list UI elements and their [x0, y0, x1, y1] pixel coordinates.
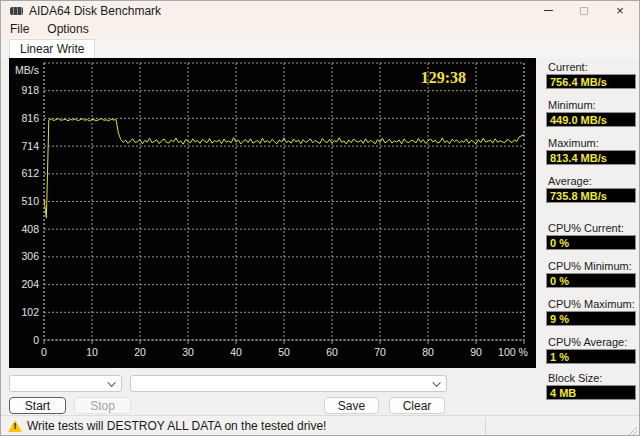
y-tick-label: 510: [21, 195, 39, 207]
stat-minimum-label: Minimum:: [548, 99, 596, 111]
stat-cpu-minimum-label: CPU% Minimum:: [548, 260, 632, 272]
stat-cpu-minimum-value: 0 %: [546, 273, 636, 288]
save-button[interactable]: Save: [324, 397, 379, 414]
stat-block-size-label: Block Size:: [548, 372, 602, 384]
x-tick-label: 50: [278, 346, 290, 358]
resize-grip-icon[interactable]: [628, 426, 638, 436]
x-tick-label: 80: [422, 346, 434, 358]
maximize-icon: [580, 7, 588, 15]
start-button[interactable]: Start: [9, 397, 66, 414]
x-tick-label: 100 %: [498, 346, 528, 358]
minimize-icon: [544, 10, 553, 11]
elapsed-time: 129:38: [421, 69, 466, 87]
stat-current-label: Current:: [548, 61, 588, 73]
y-axis-unit: MB/s: [15, 64, 39, 76]
warning-exclamation: !: [8, 421, 22, 431]
chevron-down-icon: [107, 379, 115, 387]
stat-average-value: 735.8 MB/s: [546, 188, 636, 203]
y-tick-label: 918: [21, 84, 39, 96]
y-tick-label: 408: [21, 223, 39, 235]
menu-file[interactable]: File: [1, 21, 38, 37]
y-tick-label: 816: [21, 112, 39, 124]
y-tick-label: 714: [21, 140, 39, 152]
x-tick-label: 90: [470, 346, 482, 358]
test-type-value: Linear Write: [30, 391, 94, 392]
stat-cpu-current-label: CPU% Current:: [548, 222, 624, 234]
stat-block-size-value: 4 MB: [546, 385, 636, 400]
x-tick-label: 10: [86, 346, 98, 358]
y-tick-label: 612: [21, 167, 39, 179]
status-divider: [485, 418, 486, 436]
x-tick-label: 0: [41, 346, 47, 358]
x-tick-label: 30: [182, 346, 194, 358]
stat-cpu-average-label: CPU% Average:: [548, 336, 627, 348]
menu-options[interactable]: Options: [38, 21, 97, 37]
drive-select-value: Disk Drive #1 [Samsung PSSD T7] (931.5 G…: [151, 391, 405, 392]
stat-cpu-maximum-value: 9 %: [546, 311, 636, 326]
stat-maximum-label: Maximum:: [548, 137, 599, 149]
x-tick-label: 20: [134, 346, 146, 358]
maximize-button[interactable]: [569, 1, 599, 20]
chevron-down-icon: [432, 379, 440, 387]
title-bar: AIDA64 Disk Benchmark ×: [1, 1, 639, 20]
drive-select[interactable]: Disk Drive #1 [Samsung PSSD T7] (931.5 G…: [130, 375, 447, 392]
stat-cpu-current-value: 0 %: [546, 235, 636, 250]
stat-cpu-maximum-label: CPU% Maximum:: [548, 298, 635, 310]
stat-maximum-value: 813.4 MB/s: [546, 150, 636, 165]
test-type-select[interactable]: Linear Write: [9, 375, 122, 392]
y-tick-label: 306: [21, 250, 39, 262]
x-tick-label: 70: [374, 346, 386, 358]
close-icon: ×: [616, 4, 624, 17]
clear-button[interactable]: Clear: [389, 397, 445, 414]
window-title: AIDA64 Disk Benchmark: [29, 4, 161, 18]
status-message: Write tests will DESTROY ALL DATA on the…: [27, 419, 326, 433]
status-bar: ! Write tests will DESTROY ALL DATA on t…: [1, 415, 639, 436]
stat-cpu-average-value: 1 %: [546, 349, 636, 364]
y-tick-label: 0: [33, 334, 39, 346]
stat-minimum-value: 449.0 MB/s: [546, 112, 636, 127]
minimize-button[interactable]: [533, 1, 563, 20]
x-tick-label: 40: [230, 346, 242, 358]
menu-bar: File Options: [1, 20, 639, 37]
x-tick-label: 60: [326, 346, 338, 358]
stat-average-label: Average:: [548, 175, 592, 187]
stat-current-value: 756.4 MB/s: [546, 74, 636, 89]
app-icon: [10, 7, 23, 15]
tab-linear-write[interactable]: Linear Write: [9, 39, 95, 58]
stop-button: Stop: [74, 397, 131, 414]
y-tick-label: 102: [21, 306, 39, 318]
benchmark-chart: 9188167146125104083062041020MB/s01020304…: [9, 58, 536, 368]
y-tick-label: 204: [21, 278, 39, 290]
chart-canvas: 9188167146125104083062041020MB/s01020304…: [9, 58, 536, 368]
app-window: AIDA64 Disk Benchmark × File Options Lin…: [0, 0, 640, 436]
tab-strip: Linear Write: [1, 37, 639, 58]
close-button[interactable]: ×: [605, 1, 635, 20]
